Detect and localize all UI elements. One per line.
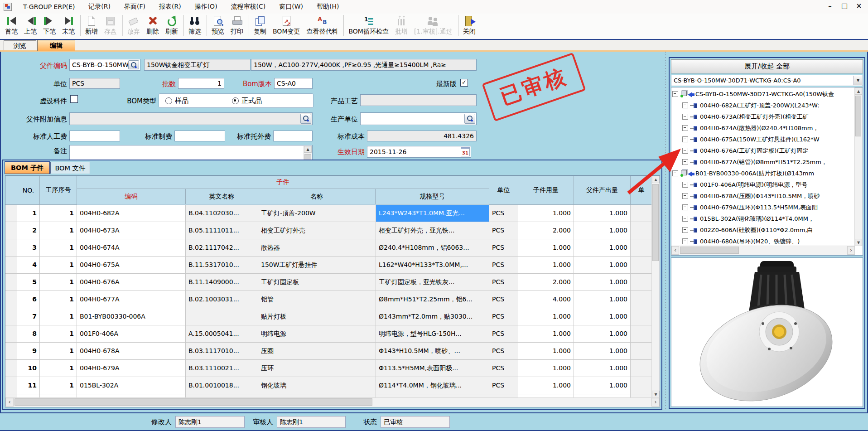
tab-bom-files[interactable]: BOM 文件 xyxy=(50,162,90,174)
tree-expander-icon[interactable] xyxy=(682,125,688,131)
table-row[interactable]: 8 1 001F0-406A A.15.0005041... 明纬电源 明纬电源… xyxy=(5,325,652,343)
tree-expander-icon[interactable] xyxy=(682,227,688,233)
parent-code-field[interactable]: CS-BYB-O-150MW-3 xyxy=(69,59,140,71)
table-row[interactable]: 4 1 004H0-675A B.11.5317010... 150W工矿灯悬挂… xyxy=(5,257,652,274)
menu-item[interactable]: 窗口(W) xyxy=(272,3,310,11)
table-row[interactable]: 5 1 004H0-676A B.11.1409000... 工矿灯固定板 工矿… xyxy=(5,274,652,291)
toolbar-button[interactable]: 上笔 xyxy=(21,15,40,36)
parent-code-lookup-icon[interactable] xyxy=(128,60,139,69)
toolbar-button[interactable]: 末笔 xyxy=(59,15,78,36)
scroll-right-icon[interactable]: › xyxy=(847,246,855,255)
toolbar-button[interactable]: 筛选 xyxy=(183,15,204,36)
tree-item[interactable]: B01-BYB00330-006A(贴片灯板)(Ø143mm xyxy=(672,168,854,179)
effective-date-field[interactable]: 2015-11-26 31 xyxy=(367,146,471,158)
scroll-down-icon[interactable]: ▼ xyxy=(652,391,660,398)
col-header-qty[interactable]: 子件用量 xyxy=(518,176,574,205)
tree-item[interactable]: 001F0-406A(明纬电源)(明纬电源，型号 xyxy=(672,179,854,190)
menu-item[interactable]: 报表(R) xyxy=(152,3,188,11)
col-header-no[interactable]: NO. xyxy=(17,176,40,205)
expand-collapse-all-button[interactable]: 展开/收起 全部 xyxy=(671,59,863,73)
scroll-up-icon[interactable]: ▲ xyxy=(855,87,862,95)
table-row[interactable]: 7 1 B01-BYB00330-006A 贴片灯板 Ø143mm*T2.0mm… xyxy=(5,308,652,325)
prod-unit-field[interactable] xyxy=(360,112,477,125)
col-header-en-name[interactable]: 英文名称 xyxy=(186,189,258,204)
tree-expander-icon[interactable] xyxy=(682,114,688,120)
tree-item[interactable]: 004H0-675A(150W工矿灯悬挂件)(L162*W xyxy=(672,134,854,145)
panel-splitter[interactable] xyxy=(663,52,668,409)
tree-expander-icon[interactable] xyxy=(682,204,688,210)
col-header-spec[interactable]: 规格型号 xyxy=(376,189,489,204)
scroll-up-icon[interactable]: ▲ xyxy=(304,146,312,153)
scroll-left-icon[interactable]: ‹ xyxy=(5,398,14,407)
tree-item[interactable]: 004H0-679A(压环)(Φ113.5*H5MM,表面阳 xyxy=(672,202,854,213)
latest-version-checkbox[interactable]: ✓ xyxy=(460,79,468,87)
parent-extra-lookup-icon[interactable] xyxy=(300,114,311,124)
tree-item[interactable]: 004H0-677A(铝管)(Ø8mm*H51*T2.25mm， xyxy=(672,156,854,168)
bom-version-combo[interactable]: CS-BYB-O-150MW-30D71-WCTKG-A0:CS-A0 ▼ xyxy=(671,75,863,86)
parent-extra-field[interactable] xyxy=(69,112,313,125)
toolbar-button[interactable]: 删除 xyxy=(143,15,162,36)
scroll-right-icon[interactable]: › xyxy=(651,398,660,407)
col-header-seq[interactable]: 工序序号 xyxy=(40,176,77,205)
col-header-name[interactable]: 名称 xyxy=(258,189,376,204)
toolbar-button[interactable]: 首笔 xyxy=(2,15,21,36)
table-row[interactable]: 3 1 004H0-674A B.02.1117042... 散热器 Ø240.… xyxy=(5,239,652,257)
col-header-code[interactable]: 编码 xyxy=(77,189,186,204)
prod-unit-lookup-icon[interactable] xyxy=(464,114,475,124)
col-header-unit[interactable]: 单位 xyxy=(489,176,518,205)
tree-expander-icon[interactable] xyxy=(682,216,688,222)
tree-item[interactable]: 004H0-676A(工矿灯固定板)(工矿灯固定 xyxy=(672,145,854,156)
tree-vertical-scrollbar[interactable]: ▲ ▼ xyxy=(854,87,863,246)
menu-item[interactable]: 流程审核(C) xyxy=(224,3,273,11)
tree-item[interactable]: 004H0-673A(相变工矿灯外壳)(相变工矿 xyxy=(672,111,854,122)
col-header-parent-qty[interactable]: 父件产出量 xyxy=(574,176,631,205)
table-row[interactable]: 9 1 004H0-678A B.03.1117010... 压圈 Φ143*H… xyxy=(5,343,652,360)
menu-item[interactable]: 界面(F) xyxy=(117,3,152,11)
tab-browse[interactable]: 浏览 xyxy=(4,40,36,50)
tree-item[interactable]: 002Z0-606A(硅胶圈)(Φ110*Φ2.0mm,白 xyxy=(672,224,854,236)
toolbar-button[interactable]: 关闭 xyxy=(458,15,479,36)
std-labor-field[interactable] xyxy=(69,131,120,141)
minimize-button[interactable]: – xyxy=(824,1,836,12)
table-row[interactable]: 11 1 015BL-302A B.01.0010018... 钢化玻璃 Ø11… xyxy=(5,377,652,394)
batch-field[interactable]: 1 xyxy=(178,78,224,89)
toolbar-button[interactable]: 打印 xyxy=(227,15,246,36)
toolbar-button[interactable]: 批增 xyxy=(392,15,411,36)
toolbar-button[interactable]: 预览 xyxy=(207,15,227,36)
tree-item[interactable]: CS-BYB-O-150MW-30D71-WCTKG-A0(150W钛金 xyxy=(672,88,854,100)
toolbar-button[interactable]: 放弃 xyxy=(122,15,143,36)
tree-expander-icon[interactable] xyxy=(682,238,688,244)
toolbar-button[interactable]: 存盘 xyxy=(101,15,120,36)
close-button[interactable]: × xyxy=(853,1,865,12)
tree-expander-icon[interactable] xyxy=(672,91,678,97)
tree-item[interactable]: 004H0-674A(散热器)(Ø240.4*H108mm， xyxy=(672,122,854,134)
tree-item[interactable]: 015BL-302A(钢化玻璃)(Ø114*T4.0MM， xyxy=(672,213,854,224)
bom-type-option-sample[interactable]: 样品 xyxy=(165,97,188,105)
tree-horizontal-scrollbar[interactable]: ‹ › xyxy=(671,246,855,255)
toolbar-button[interactable]: 查看替代料 xyxy=(303,15,341,36)
virtual-part-checkbox[interactable] xyxy=(70,95,78,103)
calendar-icon[interactable]: 31 xyxy=(461,147,470,156)
toolbar-button[interactable]: 新增 xyxy=(80,15,101,36)
menu-item[interactable]: 帮助(H) xyxy=(310,3,346,11)
toolbar-button[interactable]: BOM循环检查 xyxy=(343,15,391,36)
toolbar-button[interactable]: BOM变更 xyxy=(270,15,303,36)
tree-expander-icon[interactable] xyxy=(682,136,688,142)
toolbar-button[interactable]: 下笔 xyxy=(40,15,59,36)
tab-edit[interactable]: 编辑 xyxy=(37,40,75,51)
restore-button[interactable]: □ xyxy=(838,1,851,12)
menu-item[interactable]: T-GROUP ERP(E) xyxy=(16,3,82,10)
std-make-field[interactable] xyxy=(174,131,225,141)
table-row[interactable]: 10 1 004H0-679A B.03.1110021... 压环 Φ113.… xyxy=(5,360,652,377)
chevron-down-icon[interactable]: ▼ xyxy=(854,76,862,85)
tree-expander-icon[interactable] xyxy=(682,102,688,108)
bom-type-option-formal[interactable]: 正式品 xyxy=(232,97,262,105)
tab-bom-children[interactable]: BOM 子件 xyxy=(5,161,50,174)
scroll-left-icon[interactable]: ‹ xyxy=(671,246,679,255)
table-vertical-scrollbar[interactable]: ▲ ▼ xyxy=(651,176,660,398)
menu-item[interactable]: 记录(R) xyxy=(82,3,117,11)
table-horizontal-scrollbar[interactable]: ‹ › xyxy=(5,397,660,407)
bom-version-field[interactable]: CS-A0 xyxy=(274,78,313,89)
tree-item[interactable]: 004H0-682A(工矿灯-顶盖-200W)(L243*W: xyxy=(672,100,854,111)
scroll-down-icon[interactable]: ▼ xyxy=(855,239,862,246)
